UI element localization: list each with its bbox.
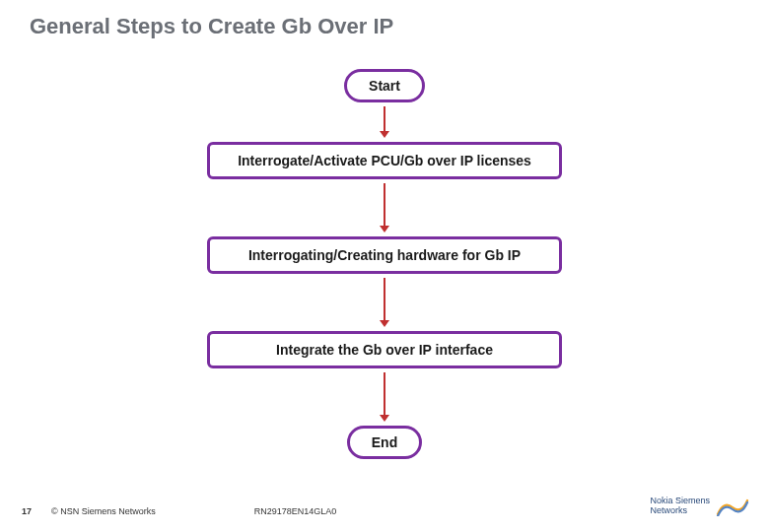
arrow-icon [384,183,385,227]
flow-step-hardware: Interrogating/Creating hardware for Gb I… [207,236,562,274]
flowchart: Start Interrogate/Activate PCU/Gb over I… [0,69,769,459]
flow-end: End [347,426,422,459]
brand-line2: Networks [650,506,710,516]
page-title: General Steps to Create Gb Over IP [30,14,393,39]
copyright: © NSN Siemens Networks [51,506,156,516]
brand-logo-icon [716,499,749,516]
arrow-icon [384,106,385,132]
slide: General Steps to Create Gb Over IP Start… [0,0,769,532]
brand: Nokia Siemens Networks [650,497,749,516]
footer: 17 © NSN Siemens Networks RN29178EN14GLA… [0,497,769,516]
flow-step-licenses: Interrogate/Activate PCU/Gb over IP lice… [207,142,562,179]
arrow-icon [384,372,385,416]
page-number: 17 [22,506,32,516]
flow-step-integrate: Integrate the Gb over IP interface [207,331,562,368]
brand-text: Nokia Siemens Networks [650,497,710,516]
arrow-icon [384,278,385,321]
flow-start: Start [344,69,425,102]
document-id: RN29178EN14GLA0 [254,506,337,516]
